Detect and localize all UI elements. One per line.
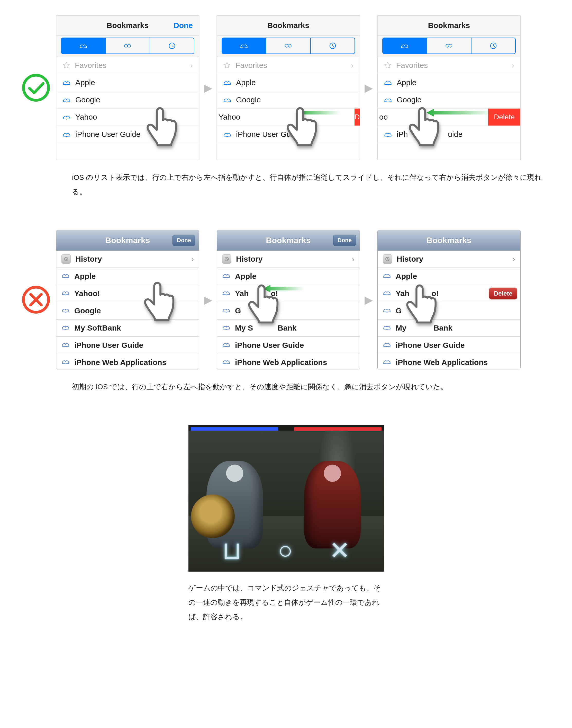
done-button[interactable]: Done <box>173 21 193 30</box>
row-softbank[interactable]: My SBank <box>217 320 360 337</box>
example-bad: Bookmarks Done History › Apple Yahoo! Go… <box>20 230 552 394</box>
book-icon <box>222 289 230 298</box>
book-icon <box>61 324 70 332</box>
book-icon <box>384 96 392 103</box>
titlebar: Bookmarks <box>378 16 520 36</box>
row-guide[interactable]: iPhone User Guide <box>378 337 520 354</box>
book-icon <box>222 358 230 367</box>
row-google[interactable]: Google <box>56 91 199 109</box>
glasses-icon <box>124 42 131 50</box>
seg-reading-list[interactable] <box>266 38 310 54</box>
row-label: My <box>396 324 407 332</box>
row-label: Favorites <box>75 61 106 70</box>
seg-bookmarks[interactable] <box>222 38 266 54</box>
row-webapps[interactable]: iPhone Web Applications <box>217 354 360 370</box>
done-button[interactable]: Done <box>333 235 356 246</box>
row-label: G <box>235 307 241 315</box>
seg-history[interactable] <box>150 38 194 54</box>
row-yahoo[interactable]: Yaho! <box>217 285 360 302</box>
seg-reading-list[interactable] <box>106 38 150 54</box>
book-icon <box>222 324 230 332</box>
row-guide[interactable]: iPhone User Guide <box>56 337 199 354</box>
book-icon <box>222 272 230 281</box>
row-history[interactable]: History › <box>56 251 199 268</box>
book-icon <box>223 96 231 103</box>
row-history[interactable]: History › <box>378 251 520 268</box>
sequence-arrow-icon: ▶ <box>365 81 373 94</box>
row-favorites[interactable]: Favorites › <box>56 57 199 74</box>
done-button[interactable]: Done <box>172 235 195 246</box>
row-apple[interactable]: Apple <box>217 268 360 285</box>
delete-button[interactable]: Delete <box>488 109 520 126</box>
row-label: Bank <box>434 324 452 332</box>
row-guide[interactable]: iPhone User Gui <box>217 126 360 143</box>
seg-bookmarks[interactable] <box>382 38 427 54</box>
row-label: o! <box>271 289 278 298</box>
enemy-knight <box>304 461 361 548</box>
row-label: Yah <box>396 289 409 298</box>
sequence-arrow-icon: ▶ <box>204 81 212 94</box>
row-apple[interactable]: Apple <box>378 268 520 285</box>
row-yahoo[interactable]: Yahoo D <box>217 109 360 126</box>
row-apple[interactable]: Apple <box>56 74 199 91</box>
row-label: Favorites <box>396 61 428 70</box>
row-apple[interactable]: Apple <box>378 74 520 91</box>
book-icon <box>61 358 70 367</box>
titlebar: Bookmarks <box>378 230 520 251</box>
caption-game: ゲームの中では、コマンド式のジェスチャであっても、その一連の動きを再現すること自… <box>189 581 384 624</box>
row-softbank[interactable]: My Bank <box>378 320 520 337</box>
row-google[interactable]: G <box>217 302 360 320</box>
row-label: uide <box>448 130 462 139</box>
row-guide[interactable]: iPhone User Guide <box>56 126 199 143</box>
glyph-cross-icon: ✕ <box>329 536 350 565</box>
row-label: Yah <box>235 289 248 298</box>
row-label: History <box>397 255 423 263</box>
book-icon <box>222 307 230 315</box>
row-label: iPhone User Guide <box>75 130 140 139</box>
row-label: iPh <box>397 130 408 139</box>
row-history[interactable]: History › <box>217 251 360 268</box>
history-icon <box>61 254 71 264</box>
book-icon <box>383 307 391 315</box>
glyph-square-icon: ⊔ <box>222 536 241 565</box>
segmented-control[interactable] <box>56 36 199 57</box>
row-label: Google <box>236 95 261 104</box>
row-yahoo[interactable]: oo Delete <box>378 109 520 126</box>
row-google[interactable]: G <box>378 302 520 320</box>
segmented-control[interactable] <box>378 36 520 57</box>
row-label: My SoftBank <box>74 324 121 332</box>
row-favorites[interactable]: Favorites › <box>378 57 520 74</box>
seg-bookmarks[interactable] <box>61 38 106 54</box>
row-softbank[interactable]: My SoftBank <box>56 320 199 337</box>
svg-point-4 <box>285 44 288 47</box>
row-apple[interactable]: Apple <box>217 74 360 91</box>
svg-point-2 <box>128 44 131 47</box>
segmented-control[interactable] <box>217 36 360 57</box>
book-icon <box>383 272 391 281</box>
row-yahoo[interactable]: Yahoo <box>56 109 199 126</box>
delete-button[interactable]: D <box>355 109 360 126</box>
row-google[interactable]: Google <box>217 91 360 109</box>
seg-history[interactable] <box>311 38 355 54</box>
row-yahoo[interactable]: Yaho! Delete <box>378 285 520 302</box>
seg-history[interactable] <box>472 38 516 54</box>
row-google[interactable]: Google <box>378 91 520 109</box>
row-label: Favorites <box>235 61 267 70</box>
delete-button[interactable]: Delete <box>489 287 517 300</box>
row-label: iPhone Web Applications <box>235 358 327 367</box>
book-icon <box>61 307 70 315</box>
book-icon <box>61 341 70 350</box>
row-webapps[interactable]: iPhone Web Applications <box>56 354 199 370</box>
chevron-right-icon: › <box>351 61 354 70</box>
row-google[interactable]: Google <box>56 302 199 320</box>
row-label: iPhone User Gui <box>236 130 293 139</box>
seg-reading-list[interactable] <box>427 38 471 54</box>
row-guide[interactable]: iPhone User Guide <box>217 337 360 354</box>
row-guide[interactable]: iPh uide <box>378 126 520 143</box>
game-screenshot: ⊔ ○ ✕ <box>189 425 384 572</box>
row-apple[interactable]: Apple <box>56 268 199 285</box>
book-icon <box>384 131 392 138</box>
row-webapps[interactable]: iPhone Web Applications <box>378 354 520 370</box>
row-yahoo[interactable]: Yahoo! <box>56 285 199 302</box>
row-favorites[interactable]: Favorites › <box>217 57 360 74</box>
